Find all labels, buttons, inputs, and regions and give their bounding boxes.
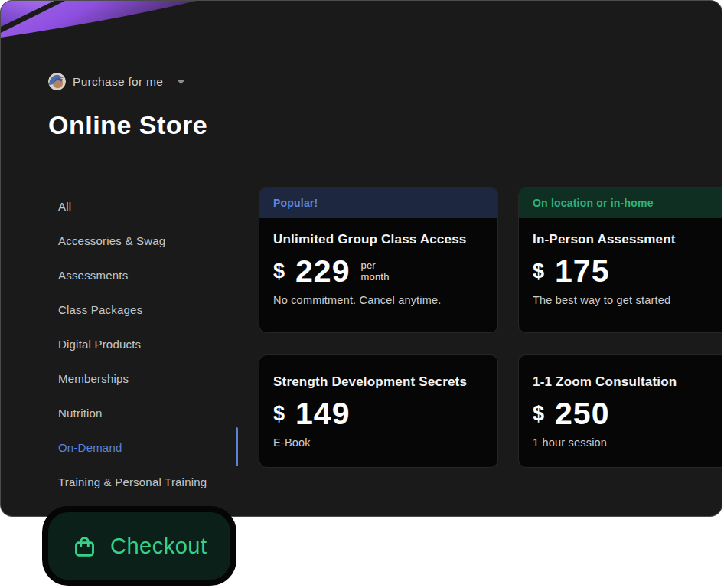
- active-category-indicator: [236, 427, 238, 466]
- sidebar-category-label: Memberships: [58, 372, 129, 385]
- product-card[interactable]: 1-1 Zoom Consultation $ 250 1 hour sessi…: [518, 354, 722, 468]
- product-price: 149: [295, 396, 350, 432]
- purchase-for-label: Purchase for me: [73, 75, 163, 89]
- product-card-body: Strength Development Secrets $ 149 E-Boo…: [259, 355, 497, 449]
- product-card-body: 1-1 Zoom Consultation $ 250 1 hour sessi…: [519, 355, 722, 449]
- product-card-body: Unlimited Group Class Access $ 229 per m…: [259, 218, 497, 306]
- product-title: 1-1 Zoom Consultation: [533, 374, 722, 390]
- sidebar-category-item[interactable]: Digital Products: [58, 327, 234, 361]
- sidebar-category-item[interactable]: All: [58, 189, 234, 224]
- sidebar-category-item[interactable]: Memberships: [58, 361, 234, 396]
- product-price-row: $ 229 per month: [273, 253, 484, 289]
- sidebar-category-item[interactable]: Assessments: [58, 258, 234, 292]
- sidebar-category-label: Assessments: [58, 269, 128, 282]
- product-price-row: $ 175: [533, 253, 722, 289]
- sidebar-category-label: Training & Personal Training: [58, 475, 207, 488]
- sidebar-category-item[interactable]: Nutrition: [58, 396, 234, 430]
- product-note: 1 hour session: [533, 436, 722, 449]
- sidebar-category-label: Digital Products: [58, 338, 141, 351]
- sidebar-category-item[interactable]: Training & Personal Training: [58, 465, 234, 499]
- shopping-bag-icon: [72, 534, 97, 559]
- price-period: per month: [360, 260, 389, 283]
- product-badge: On location or in-home: [519, 188, 722, 218]
- currency-symbol: $: [533, 260, 544, 283]
- sidebar-category-item[interactable]: On-Demand: [58, 430, 234, 465]
- price-period-line2: month: [360, 272, 389, 283]
- page-title: Online Store: [48, 110, 207, 140]
- product-price: 229: [295, 253, 350, 289]
- sidebar-category-label: Class Packages: [58, 303, 142, 316]
- sidebar-category-label: All: [58, 200, 71, 213]
- sidebar-category-label: On-Demand: [58, 441, 122, 454]
- product-price: 175: [555, 253, 609, 289]
- avatar: [48, 73, 66, 90]
- product-card[interactable]: On location or in-home In-Person Assessm…: [518, 187, 722, 333]
- product-title: Unlimited Group Class Access: [273, 232, 484, 247]
- product-price-row: $ 149: [273, 395, 484, 432]
- purple-swoosh-decoration: [1, 1, 201, 45]
- product-badge: Popular!: [259, 188, 497, 218]
- product-grid: Popular! Unlimited Group Class Access $ …: [259, 187, 722, 468]
- sidebar-category-item[interactable]: Class Packages: [58, 292, 234, 327]
- price-period-line1: per: [360, 260, 389, 272]
- product-card-body: In-Person Assessment $ 175 The best way …: [519, 218, 722, 306]
- product-note: No commitment. Cancel anytime.: [273, 294, 484, 306]
- product-note: E-Book: [273, 436, 484, 449]
- product-title: Strength Development Secrets: [273, 374, 484, 390]
- purchase-for-selector[interactable]: Purchase for me: [48, 73, 186, 90]
- currency-symbol: $: [533, 402, 544, 426]
- sidebar-category-label: Accessories & Swag: [58, 234, 165, 247]
- sidebar-category-item[interactable]: Accessories & Swag: [58, 224, 234, 258]
- product-title: In-Person Assessment: [533, 232, 722, 247]
- checkout-button[interactable]: Checkout: [42, 506, 236, 586]
- page-background: Purchase for me Online Store All Accesso…: [0, 0, 724, 588]
- currency-symbol: $: [273, 260, 285, 283]
- product-price: 250: [555, 396, 609, 432]
- product-note: The best way to get started: [533, 294, 722, 306]
- currency-symbol: $: [273, 402, 285, 426]
- checkout-label: Checkout: [110, 534, 207, 559]
- online-store-panel: Purchase for me Online Store All Accesso…: [0, 0, 722, 517]
- product-card[interactable]: Popular! Unlimited Group Class Access $ …: [259, 187, 498, 333]
- product-price-row: $ 250: [533, 395, 722, 432]
- sidebar-category-label: Nutrition: [58, 407, 103, 420]
- chevron-down-icon: [176, 79, 186, 85]
- product-card[interactable]: Strength Development Secrets $ 149 E-Boo…: [259, 354, 498, 468]
- category-sidebar: All Accessories & Swag Assessments Class…: [58, 189, 234, 499]
